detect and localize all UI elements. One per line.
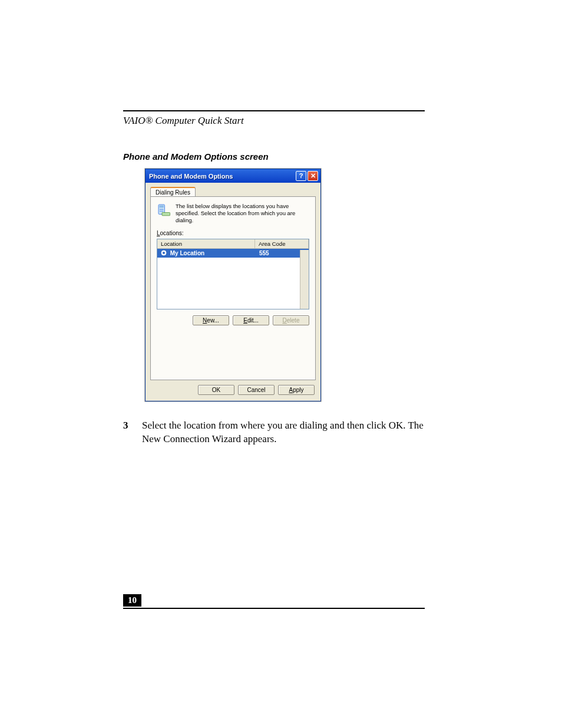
help-icon: ? [299,173,303,179]
list-header: Location Area Code [157,239,309,249]
svg-point-10 [163,252,165,254]
column-header-location[interactable]: Location [157,239,255,248]
cell-location-name: My Location [170,250,204,256]
dialog-title: Phone and Modem Options [149,173,233,180]
list-item[interactable]: My Location 555 [157,249,309,258]
column-header-area-code[interactable]: Area Code [255,239,309,248]
tab-dialing-rules[interactable]: Dialing Rules [150,187,196,197]
phone-modem-icon [157,203,171,217]
edit-button[interactable]: Edit... [233,315,269,325]
svg-point-2 [160,209,161,210]
close-button[interactable]: ✕ [308,171,318,181]
delete-button: Delete [273,315,309,325]
close-icon: ✕ [310,173,316,179]
scrollbar[interactable] [300,250,309,309]
help-button[interactable]: ? [296,171,306,181]
instruction-step: 3 Select the location from where you are… [123,419,425,446]
dialog-titlebar[interactable]: Phone and Modem Options ? ✕ [146,169,320,183]
footer-rule [123,608,425,609]
dialog-info-text: The list below displays the locations yo… [176,203,309,224]
svg-point-7 [163,211,164,212]
section-caption: Phone and Modem Options screen [123,151,425,162]
svg-point-6 [161,211,163,212]
tab-panel: The list below displays the locations yo… [150,196,316,380]
locations-listbox[interactable]: Location Area Code My Location 555 [157,239,309,309]
svg-point-3 [161,209,163,210]
svg-rect-1 [160,206,164,208]
tab-row: Dialing Rules [146,183,320,196]
svg-point-4 [163,209,164,210]
page-number: 10 [123,594,141,607]
new-button[interactable]: New... [193,315,229,325]
location-icon [161,250,167,256]
svg-rect-8 [162,213,170,216]
header-rule [123,110,425,111]
cancel-button[interactable]: Cancel [238,385,275,395]
step-text: Select the location from where you are d… [142,419,425,446]
svg-point-5 [160,211,161,212]
ok-button[interactable]: OK [198,385,234,395]
step-number: 3 [123,419,134,446]
phone-modem-options-dialog: Phone and Modem Options ? ✕ Dialing Rule… [145,169,321,401]
apply-button[interactable]: Apply [278,385,315,395]
running-head: VAIO® Computer Quick Start [123,115,425,127]
locations-label: Locations: [157,230,309,236]
